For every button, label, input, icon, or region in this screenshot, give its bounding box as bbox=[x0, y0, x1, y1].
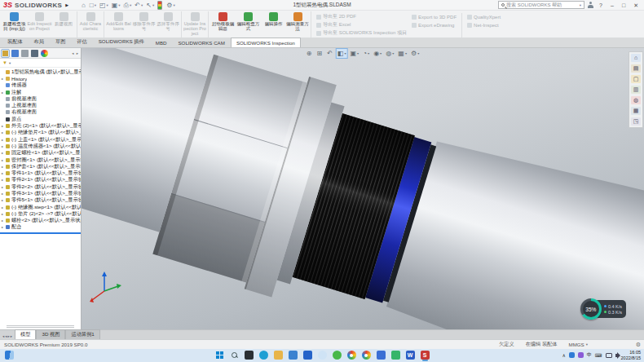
tree-item[interactable]: ▸ (-) 温度传感器<1> (默认<<默认>_ bbox=[0, 143, 81, 149]
mail-icon[interactable] bbox=[289, 351, 298, 360]
tree-item[interactable]: ▸ 零件2<1> (默认<<默认>_显示状 bbox=[0, 177, 81, 183]
edit-inspection-methods-button[interactable]: 编辑检查方式 bbox=[236, 11, 261, 38]
view-orientation-icon[interactable]: ▣▾ bbox=[350, 49, 360, 58]
status-options-icon[interactable]: ⚙ bbox=[636, 342, 641, 348]
taskbar-clock[interactable]: 16:05 2022/8/15 bbox=[621, 350, 641, 360]
menu-expander-icon[interactable]: ▶ bbox=[65, 2, 68, 7]
options-button[interactable]: ⚙▾ bbox=[165, 1, 175, 10]
tab-addins[interactable]: SOLIDWORKS 插件 bbox=[93, 36, 150, 47]
export-3d-pdf-button[interactable]: Export to 3D PDF bbox=[412, 13, 457, 20]
graphics-area[interactable]: ⊕⊞↶◧▾▣▾◔▾◉▾◍▾▦▾⚙▾ ⌂▤▢▥◍▦◳ 35% 0.4 K/s0.3… bbox=[82, 48, 644, 329]
solidworks-resources-tab[interactable]: ⌂ bbox=[631, 54, 641, 62]
display-style-icon[interactable]: ◔▾ bbox=[362, 49, 370, 58]
onedrive-icon[interactable] bbox=[569, 352, 575, 358]
tab-solidworks-cam[interactable]: SOLIDWORKS CAM bbox=[172, 38, 230, 47]
search-input[interactable]: 搜索 SOLIDWORKS 帮助 ▾ bbox=[498, 1, 584, 9]
new-inspection-project-button[interactable]: 新建检查项目 (imp;划) bbox=[2, 11, 27, 38]
hide-show-items-icon[interactable]: ◉▾ bbox=[373, 49, 382, 58]
tab-3d-views[interactable]: 3D 视图 bbox=[36, 329, 65, 339]
status-item[interactable]: MMGS▾ bbox=[568, 342, 588, 347]
search-caret-icon[interactable]: ▾ bbox=[580, 3, 581, 7]
tree-item[interactable]: ▸ (-) 上盖<1> (默认<<默认>_显示状 bbox=[0, 136, 81, 143]
file-explorer-icon[interactable] bbox=[274, 351, 283, 360]
tree-item[interactable]: 上视基准面 bbox=[0, 102, 81, 108]
dropdown-caret-icon[interactable]: ▾ bbox=[152, 1, 154, 10]
qualityxpert-button[interactable]: QualityXpert bbox=[467, 13, 501, 20]
tab-scroll-arrow[interactable]: ◂ bbox=[2, 334, 4, 338]
tree-item[interactable]: ▸ 零件2<2> (默认<<默认>_显示状 bbox=[0, 183, 81, 190]
tree-item[interactable]: ▸ History bbox=[0, 75, 81, 82]
select-button[interactable]: ↖▾ bbox=[145, 1, 155, 10]
remove-balloons-button[interactable]: 移除零件序号 bbox=[131, 11, 157, 38]
dimxpertmanager-tab[interactable] bbox=[31, 50, 38, 57]
undo-button[interactable]: ↶▾ bbox=[134, 1, 143, 10]
new-button[interactable]: □▾ bbox=[89, 1, 97, 10]
thermocouple-model[interactable] bbox=[82, 48, 644, 329]
tree-item[interactable]: ▸ 零件5<1> (默认<<默认>_显示状 bbox=[0, 197, 81, 204]
design-library-tab[interactable]: ▤ bbox=[631, 64, 641, 73]
display-tray-icon[interactable] bbox=[606, 353, 612, 358]
tab-evaluate[interactable]: 评估 bbox=[71, 36, 92, 47]
section-view-icon[interactable]: ◧▾ bbox=[337, 49, 347, 58]
tree-item[interactable]: ▸ 固定螺栓<1> (默认<<默认>_显示状 bbox=[0, 150, 81, 157]
ime-icon[interactable]: 中 bbox=[587, 351, 592, 359]
configurationmanager-tab[interactable] bbox=[21, 50, 29, 57]
launch-template-editor-button[interactable]: 启动模板编辑器 bbox=[210, 11, 236, 38]
tab-model[interactable]: 模型 bbox=[15, 329, 36, 339]
tree-item[interactable]: ▸ (-) 绝缘垫片<1> (默认<<默认>_显 bbox=[0, 130, 81, 136]
update-inspection-project-button[interactable]: Update Inspection Project bbox=[183, 11, 209, 38]
tree-filter[interactable]: ▼ ▾ bbox=[0, 59, 81, 68]
tab-scroll-arrow[interactable]: ◂ bbox=[5, 334, 7, 338]
tree-item[interactable]: ▸ 密封圈<1> (默认<<默认>_显示状 bbox=[0, 157, 81, 163]
zoom-fit-icon[interactable]: ⊕ bbox=[306, 49, 314, 58]
add-characteristic-button[interactable]: Add Characteristic bbox=[79, 11, 104, 38]
status-item[interactable]: 在编辑 装配体 bbox=[526, 341, 559, 348]
model-canvas[interactable] bbox=[82, 48, 644, 329]
appearances-scenes-tab[interactable]: ◍ bbox=[631, 96, 641, 104]
edit-appearance-icon[interactable]: ◍▾ bbox=[385, 49, 395, 58]
chrome-icon[interactable] bbox=[362, 351, 371, 360]
open-button[interactable]: ◰▾ bbox=[99, 1, 109, 10]
propertymanager-tab[interactable] bbox=[11, 50, 19, 57]
previous-view-icon[interactable]: ↶ bbox=[326, 49, 334, 58]
tree-item[interactable]: ▸ (-) 垫片 (2)<2> ->? (默认<<默认 bbox=[0, 210, 81, 217]
view-palette-tab[interactable]: ▥ bbox=[631, 86, 641, 94]
tree-item[interactable]: ▸ 零件3<1> (默认<<默认>_显示状 bbox=[0, 190, 81, 196]
tab-motion-study[interactable]: 运动算例1 bbox=[65, 329, 99, 339]
displaymanager-tab[interactable] bbox=[41, 50, 48, 57]
filter-caret-icon[interactable]: ▾ bbox=[9, 61, 11, 65]
export-excel-button[interactable]: 导出至 Excel bbox=[316, 21, 407, 29]
save-button[interactable]: ▣▾ bbox=[111, 1, 121, 10]
dropdown-caret-icon[interactable]: ▾ bbox=[141, 1, 143, 10]
export-swi-project-button[interactable]: 导出至 SOLIDWORKS Inspection 项目 bbox=[316, 29, 407, 37]
login-icon[interactable] bbox=[588, 2, 593, 8]
copilot-icon[interactable] bbox=[318, 351, 327, 360]
home-button[interactable]: ⌂ bbox=[81, 1, 87, 10]
apply-scene-icon[interactable]: ▦▾ bbox=[397, 49, 408, 58]
edge-icon[interactable] bbox=[259, 351, 268, 360]
tree-item[interactable]: ▸ 保护套<1> (默认<<默认>_显示状 bbox=[0, 163, 81, 170]
add-edit-balloons-button[interactable]: Add/Edit Balloons bbox=[106, 11, 131, 38]
select-balloons-button[interactable]: 选择零件序号 bbox=[157, 11, 182, 38]
tree-root-item[interactable]: 1型铠装热电偶 (默认<默认_显示状态-1>) bbox=[0, 68, 81, 75]
store-icon[interactable] bbox=[303, 351, 312, 360]
edit-inspection-project-button[interactable]: Edit Inspection Project bbox=[27, 11, 52, 38]
tab-scroll-arrow[interactable]: ▸ bbox=[11, 334, 12, 338]
net-inspect-button[interactable]: Net-Inspect bbox=[467, 21, 501, 29]
net-speed-widget[interactable]: 35% 0.4 K/s0.3 K/s bbox=[580, 298, 626, 320]
file-explorer-tab[interactable]: ▢ bbox=[631, 75, 641, 83]
tree-item[interactable]: 传感器 bbox=[0, 82, 81, 89]
close-button[interactable]: ✕ bbox=[631, 1, 641, 10]
tab-mbd[interactable]: MBD bbox=[150, 38, 173, 47]
tree-item[interactable]: ▸ 配合 bbox=[0, 224, 81, 231]
tree-item[interactable]: 右视基准面 bbox=[0, 109, 81, 116]
solidworks-taskbar-icon[interactable]: S bbox=[421, 351, 430, 360]
view-settings-icon[interactable]: ⚙▾ bbox=[410, 49, 420, 58]
tree-item[interactable]: ▸ 螺栓<2> (默认<<默认>_显示状态 bbox=[0, 218, 81, 224]
keyboard-icon[interactable]: ⌨ bbox=[595, 352, 602, 358]
tree-item[interactable]: 原点 bbox=[0, 116, 81, 122]
wps-icon[interactable] bbox=[391, 351, 400, 360]
custom-properties-tab[interactable]: ▦ bbox=[631, 107, 641, 115]
status-item[interactable]: 欠定义 bbox=[499, 341, 516, 348]
tree-item[interactable]: ▸ 注解 bbox=[0, 89, 81, 95]
